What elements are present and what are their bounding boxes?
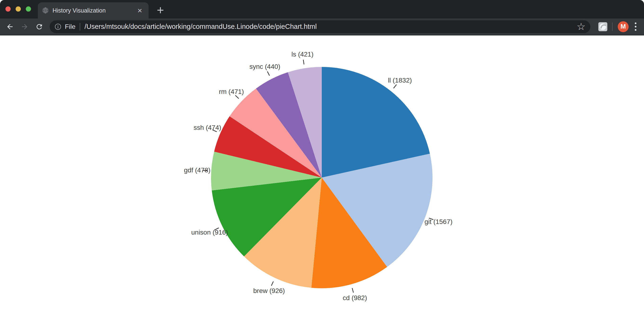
pie-label-tick-rm: [236, 95, 239, 99]
url-scheme-label: File: [65, 23, 76, 30]
profile-avatar[interactable]: M: [618, 21, 628, 32]
menu-dot: [635, 22, 636, 24]
pie-label-brew: brew (926): [253, 287, 285, 295]
pie-label-gdf: gdf (478): [184, 166, 210, 174]
window-controls: [6, 6, 31, 11]
pie-label-ll: ll (1832): [388, 77, 412, 84]
tab-strip: History Visualization × +: [0, 0, 644, 18]
pie-label-tick-cd: [352, 288, 353, 293]
arrow-right-icon: [20, 23, 29, 31]
minimize-window-button[interactable]: [16, 6, 21, 11]
page-content: ll (1832)git (1567)cd (982)brew (926)uni…: [0, 35, 644, 319]
url-separator: [80, 23, 80, 30]
back-button[interactable]: [4, 21, 16, 32]
toolbar-separator: [612, 22, 612, 31]
page-info-icon[interactable]: [54, 23, 62, 30]
arrow-left-icon: [6, 23, 14, 31]
pie-label-tick-ll: [394, 85, 396, 88]
globe-favicon-icon: [42, 7, 49, 14]
pie-label-rm: rm (471): [219, 88, 244, 95]
browser-toolbar: File /Users/mtsouk/docs/article/working/…: [0, 18, 644, 35]
browser-window: History Visualization × +: [0, 0, 644, 319]
pie-label-git: git (1567): [424, 218, 452, 225]
new-tab-button[interactable]: +: [154, 4, 166, 16]
pie-chart: ll (1832)git (1567)cd (982)brew (926)uni…: [0, 35, 644, 319]
tab-close-icon[interactable]: ×: [135, 6, 144, 15]
refresh-icon: [35, 23, 43, 31]
pie-label-tick-brew: [271, 281, 274, 286]
close-window-button[interactable]: [6, 6, 11, 11]
menu-dot: [635, 29, 636, 31]
pie-label-tick-sync: [267, 71, 270, 76]
extension-swirl-icon: [600, 23, 606, 30]
extension-button[interactable]: [598, 22, 607, 31]
address-bar[interactable]: File /Users/mtsouk/docs/article/working/…: [50, 20, 590, 33]
menu-dot: [635, 26, 636, 27]
pie-label-cd: cd (982): [343, 294, 367, 302]
tab-history-visualization[interactable]: History Visualization ×: [38, 2, 148, 18]
browser-menu-button[interactable]: [634, 21, 638, 32]
tab-title: History Visualization: [52, 7, 135, 14]
pie-label-ssh: ssh (474): [194, 124, 221, 131]
pie-label-sync: sync (440): [249, 63, 280, 70]
pie-label-tick-ls: [303, 60, 304, 64]
bookmark-star-icon[interactable]: ☆: [576, 22, 586, 32]
forward-button[interactable]: [19, 21, 30, 32]
zoom-window-button[interactable]: [26, 6, 31, 11]
pie-label-ls: ls (421): [292, 51, 314, 58]
url-path-text[interactable]: /Users/mtsouk/docs/article/working/comma…: [84, 23, 574, 30]
pie-label-unison: unison (916): [191, 229, 228, 236]
reload-button[interactable]: [34, 21, 45, 32]
